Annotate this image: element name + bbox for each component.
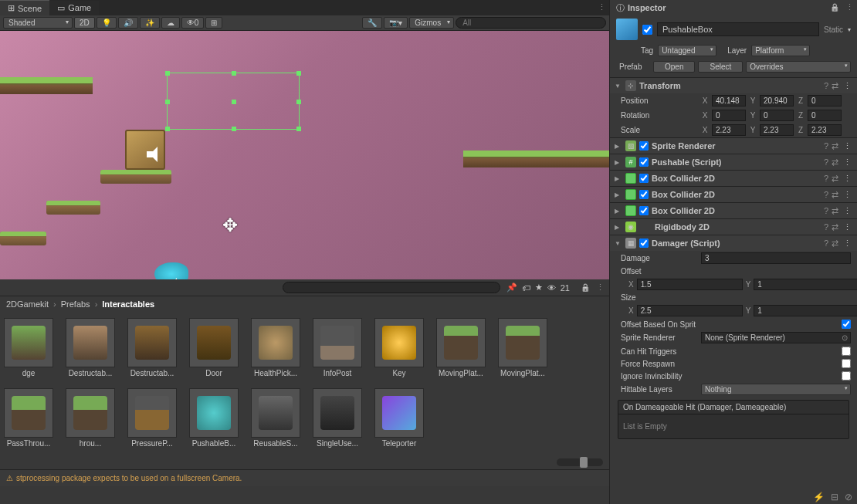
move-gizmo[interactable] bbox=[222, 215, 246, 238]
component-enable-checkbox[interactable] bbox=[639, 238, 649, 248]
prefab-open-button[interactable]: Open bbox=[653, 61, 695, 73]
asset-item[interactable]: Teleporter bbox=[374, 388, 425, 448]
asset-item[interactable]: Destructab... bbox=[65, 318, 116, 377]
layers-icon[interactable]: ⊟ bbox=[831, 492, 838, 502]
scl-z-field[interactable] bbox=[808, 124, 842, 136]
box-collider-header[interactable]: ▶ Box Collider 2D ?⇄ bbox=[610, 171, 857, 186]
preset-icon[interactable]: ⇄ bbox=[832, 238, 838, 249]
rigidbody-header[interactable]: ▶◉ Rigidbody 2D ?⇄ bbox=[610, 219, 857, 235]
asset-item[interactable]: PassThrou... bbox=[3, 388, 54, 448]
asset-item[interactable]: HealthPick... bbox=[250, 318, 301, 377]
asset-item[interactable]: Key bbox=[374, 318, 425, 377]
hidden-toggle[interactable]: 👁0 bbox=[181, 17, 205, 29]
box-collider-header-2[interactable]: ▶ Box Collider 2D ?⇄ bbox=[610, 187, 857, 202]
thumb-size-slider[interactable] bbox=[557, 458, 603, 466]
pos-x-field[interactable] bbox=[712, 95, 746, 107]
rot-x-field[interactable] bbox=[712, 110, 746, 121]
scl-y-field[interactable] bbox=[760, 124, 794, 136]
asset-item[interactable]: ReusableS... bbox=[250, 388, 301, 448]
hittable-dropdown[interactable]: Nothing bbox=[701, 384, 851, 395]
object-name-field[interactable] bbox=[657, 22, 819, 36]
preset-icon[interactable]: ⇄ bbox=[832, 174, 838, 184]
crumb[interactable]: Interactables bbox=[102, 299, 154, 309]
crumb[interactable]: 2DGamekit bbox=[6, 299, 49, 309]
layer-dropdown[interactable]: Platform bbox=[751, 45, 810, 56]
game-tab[interactable]: ▭ Game bbox=[49, 1, 99, 15]
audio-toggle[interactable]: 🔊 bbox=[118, 17, 138, 29]
preset-icon[interactable]: ⇄ bbox=[832, 206, 838, 216]
transform-header[interactable]: ▼ ⊹ Transform ? ⇄ bbox=[610, 78, 857, 93]
overrides-dropdown[interactable]: Overrides bbox=[746, 61, 851, 73]
panel-menu-icon[interactable] bbox=[596, 282, 605, 293]
tab-menu-icon[interactable] bbox=[598, 2, 606, 12]
help-icon[interactable]: ? bbox=[824, 157, 828, 167]
asset-item[interactable]: PressureP... bbox=[127, 388, 178, 448]
scene-tab[interactable]: ⊞ Scene bbox=[0, 0, 49, 15]
asset-item[interactable]: Door bbox=[188, 318, 239, 377]
offset-x-field[interactable] bbox=[637, 279, 743, 290]
asset-item[interactable]: dge bbox=[3, 318, 54, 377]
object-active-checkbox[interactable] bbox=[642, 25, 652, 35]
help-icon[interactable]: ? bbox=[824, 81, 828, 90]
component-enable-checkbox[interactable] bbox=[639, 206, 649, 215]
sprite-renderer-header[interactable]: ▶▧ Sprite Renderer ?⇄ bbox=[610, 138, 857, 154]
rot-z-field[interactable] bbox=[808, 110, 842, 121]
help-icon[interactable]: ? bbox=[824, 238, 828, 248]
preset-icon[interactable]: ⇄ bbox=[832, 141, 838, 151]
fx-toggle[interactable]: ✨ bbox=[140, 17, 160, 29]
rot-y-field[interactable] bbox=[760, 110, 794, 121]
grid-toggle[interactable]: ⊞ bbox=[205, 17, 222, 29]
camera-icon[interactable]: 📷▾ bbox=[384, 17, 408, 29]
pos-y-field[interactable] bbox=[760, 95, 794, 107]
box-collider-header-3[interactable]: ▶ Box Collider 2D ?⇄ bbox=[610, 203, 857, 218]
panel-menu-icon[interactable] bbox=[845, 2, 854, 12]
prefab-select-button[interactable]: Select bbox=[698, 61, 743, 73]
help-icon[interactable]: ? bbox=[824, 222, 828, 232]
help-icon[interactable]: ? bbox=[824, 190, 828, 199]
project-search[interactable] bbox=[283, 282, 500, 293]
component-enable-checkbox[interactable] bbox=[639, 141, 649, 151]
2d-toggle[interactable]: 2D bbox=[74, 17, 95, 29]
component-menu-icon[interactable] bbox=[842, 238, 852, 249]
lock-icon[interactable] bbox=[830, 2, 839, 12]
asset-item[interactable]: hrou... bbox=[65, 388, 116, 448]
component-menu-icon[interactable] bbox=[842, 174, 852, 184]
asset-item[interactable]: InfoPost bbox=[312, 318, 363, 377]
offset-sprite-checkbox[interactable] bbox=[842, 320, 851, 329]
component-menu-icon[interactable] bbox=[842, 206, 852, 216]
component-menu-icon[interactable] bbox=[842, 222, 852, 232]
tag-icon[interactable]: 🏷 bbox=[522, 283, 530, 293]
tag-dropdown[interactable]: Untagged bbox=[658, 45, 716, 56]
component-menu-icon[interactable] bbox=[842, 141, 852, 151]
size-y-field[interactable] bbox=[754, 305, 857, 316]
asset-item[interactable]: MovingPlat... bbox=[435, 318, 486, 377]
asset-item[interactable]: MovingPlat... bbox=[497, 318, 548, 377]
scene-viewport[interactable] bbox=[0, 31, 609, 293]
gizmos-dropdown[interactable]: Gizmos bbox=[409, 17, 454, 29]
shading-dropdown[interactable]: Shaded bbox=[3, 17, 73, 29]
asset-item[interactable]: Destructab... bbox=[127, 318, 178, 377]
preset-icon[interactable]: ⇄ bbox=[832, 157, 838, 167]
sprite-renderer-field[interactable]: None (Sprite Renderer) bbox=[701, 332, 851, 343]
component-menu-icon[interactable] bbox=[842, 190, 852, 200]
autosave-icon[interactable]: ⚡ bbox=[813, 492, 825, 502]
light-toggle[interactable]: 💡 bbox=[97, 17, 117, 29]
component-enable-checkbox[interactable] bbox=[639, 157, 649, 167]
force-respawn-checkbox[interactable] bbox=[842, 359, 851, 368]
component-enable-checkbox[interactable] bbox=[639, 174, 649, 183]
preset-icon[interactable]: ⇄ bbox=[832, 81, 838, 91]
pushable-box-object[interactable] bbox=[125, 130, 165, 170]
scene-search[interactable] bbox=[456, 17, 606, 29]
hidden-icon[interactable]: 👁 bbox=[547, 283, 556, 293]
help-icon[interactable]: ? bbox=[824, 141, 828, 151]
static-dropdown-icon[interactable]: ▾ bbox=[848, 26, 851, 33]
size-x-field[interactable] bbox=[637, 305, 743, 316]
tools-icon[interactable]: 🔧 bbox=[362, 17, 382, 29]
scl-x-field[interactable] bbox=[712, 124, 746, 136]
skybox-toggle[interactable]: ☁ bbox=[161, 17, 180, 29]
pin-icon[interactable]: 📌 bbox=[506, 282, 517, 293]
help-icon[interactable]: ? bbox=[824, 206, 828, 215]
preset-icon[interactable]: ⇄ bbox=[832, 222, 838, 232]
pushable-header[interactable]: ▶# Pushable (Script) ?⇄ bbox=[610, 154, 857, 170]
sync-icon[interactable]: ⊘ bbox=[845, 492, 852, 502]
